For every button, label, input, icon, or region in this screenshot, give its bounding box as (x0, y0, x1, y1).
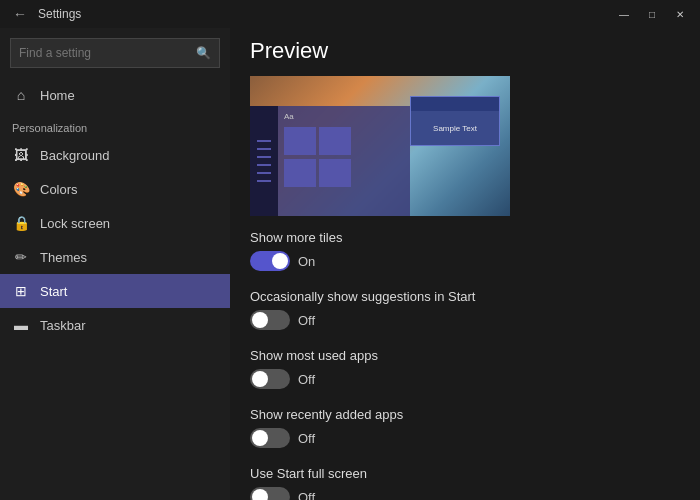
back-button[interactable]: ← (8, 2, 32, 26)
aa-label: Aa (284, 112, 404, 121)
maximize-button[interactable]: □ (640, 5, 664, 23)
colors-label: Colors (40, 182, 78, 197)
sidebar-item-background[interactable]: 🖼 Background (0, 138, 230, 172)
background-label: Background (40, 148, 109, 163)
show-more-tiles-toggle-row: On (250, 251, 680, 271)
start-label: Start (40, 284, 67, 299)
setting-suggestions: Occasionally show suggestions in Start O… (250, 289, 680, 330)
search-icon: 🔍 (196, 46, 211, 60)
strip-line-4 (257, 164, 271, 166)
sidebar: 🔍 ⌂ Home Personalization 🖼 Background 🎨 … (0, 28, 230, 500)
setting-full-screen: Use Start full screen Off (250, 466, 680, 500)
suggestions-toggle-row: Off (250, 310, 680, 330)
sample-text-body: Sample Text (411, 111, 499, 145)
tile-3 (284, 159, 316, 187)
strip-line-3 (257, 156, 271, 158)
show-more-tiles-status: On (298, 254, 315, 269)
toggle-knob (252, 489, 268, 500)
strip-line-6 (257, 180, 271, 182)
background-icon: 🖼 (12, 146, 30, 164)
full-screen-toggle-row: Off (250, 487, 680, 500)
lock-icon: 🔒 (12, 214, 30, 232)
start-tiles-area: Aa (278, 106, 410, 216)
themes-icon: ✏ (12, 248, 30, 266)
strip-line-2 (257, 148, 271, 150)
strip-line-5 (257, 172, 271, 174)
suggestions-label: Occasionally show suggestions in Start (250, 289, 680, 304)
taskbar-icon: ▬ (12, 316, 30, 334)
sidebar-item-colors[interactable]: 🎨 Colors (0, 172, 230, 206)
most-used-toggle[interactable] (250, 369, 290, 389)
recently-added-status: Off (298, 431, 315, 446)
colors-icon: 🎨 (12, 180, 30, 198)
preview-area: Aa Sample (250, 76, 510, 216)
home-icon: ⌂ (12, 86, 30, 104)
toggle-knob (252, 371, 268, 387)
setting-most-used: Show most used apps Off (250, 348, 680, 389)
most-used-label: Show most used apps (250, 348, 680, 363)
page-title: Preview (250, 38, 680, 64)
sidebar-item-themes[interactable]: ✏ Themes (0, 240, 230, 274)
toggle-knob (272, 253, 288, 269)
sidebar-item-start[interactable]: ⊞ Start (0, 274, 230, 308)
toggle-knob (252, 430, 268, 446)
start-menu-inner: Aa (250, 106, 410, 216)
sidebar-item-taskbar[interactable]: ▬ Taskbar (0, 308, 230, 342)
most-used-status: Off (298, 372, 315, 387)
setting-show-more-tiles: Show more tiles On (250, 230, 680, 271)
sidebar-item-lock-screen[interactable]: 🔒 Lock screen (0, 206, 230, 240)
recently-added-toggle-row: Off (250, 428, 680, 448)
tile-2 (319, 127, 351, 155)
start-sidebar-strip (250, 106, 278, 216)
recently-added-label: Show recently added apps (250, 407, 680, 422)
toggle-knob (252, 312, 268, 328)
full-screen-label: Use Start full screen (250, 466, 680, 481)
show-more-tiles-label: Show more tiles (250, 230, 680, 245)
search-box[interactable]: 🔍 (10, 38, 220, 68)
search-input[interactable] (19, 46, 196, 60)
suggestions-status: Off (298, 313, 315, 328)
themes-label: Themes (40, 250, 87, 265)
tiles-row-2 (284, 159, 404, 187)
full-screen-status: Off (298, 490, 315, 501)
minimize-button[interactable]: — (612, 5, 636, 23)
titlebar: ← Settings — □ ✕ (0, 0, 700, 28)
suggestions-toggle[interactable] (250, 310, 290, 330)
tile-4 (319, 159, 351, 187)
full-screen-toggle[interactable] (250, 487, 290, 500)
close-button[interactable]: ✕ (668, 5, 692, 23)
sample-titlebar (411, 97, 499, 111)
taskbar-label: Taskbar (40, 318, 86, 333)
home-label: Home (40, 88, 75, 103)
setting-recently-added: Show recently added apps Off (250, 407, 680, 448)
tile-1 (284, 127, 316, 155)
recently-added-toggle[interactable] (250, 428, 290, 448)
titlebar-title: Settings (38, 7, 612, 21)
sample-text-dialog: Sample Text (410, 96, 500, 146)
most-used-toggle-row: Off (250, 369, 680, 389)
main-layout: 🔍 ⌂ Home Personalization 🖼 Background 🎨 … (0, 28, 700, 500)
sidebar-item-home[interactable]: ⌂ Home (0, 78, 230, 112)
personalization-section-label: Personalization (0, 112, 230, 138)
content-area: Preview Aa (230, 28, 700, 500)
show-more-tiles-toggle[interactable] (250, 251, 290, 271)
start-menu-preview: Aa (250, 106, 410, 216)
lock-screen-label: Lock screen (40, 216, 110, 231)
strip-line-1 (257, 140, 271, 142)
window-controls: — □ ✕ (612, 5, 692, 23)
start-icon: ⊞ (12, 282, 30, 300)
tiles-row-1 (284, 127, 404, 155)
